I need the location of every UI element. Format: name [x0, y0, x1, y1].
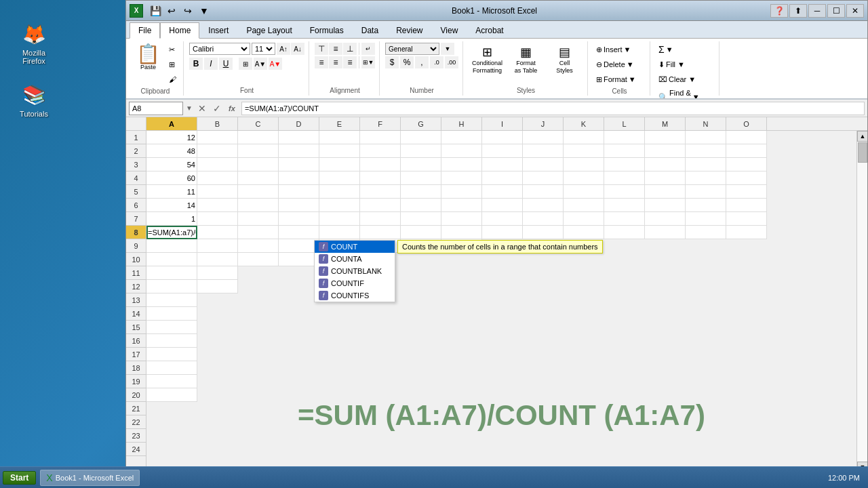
cell-G3[interactable] [401, 158, 441, 171]
cell-K8[interactable] [564, 226, 604, 239]
cell-D9[interactable] [279, 239, 319, 253]
align-right-btn[interactable]: ≡ [343, 56, 357, 68]
cell-M5[interactable] [645, 185, 686, 199]
cell-J4[interactable] [523, 171, 564, 185]
row-hdr-7[interactable]: 7 [126, 212, 146, 226]
cell-D3[interactable] [279, 158, 319, 171]
cell-A3[interactable]: 54 [146, 158, 197, 171]
cell-L3[interactable] [604, 158, 645, 171]
cell-B10[interactable] [197, 253, 238, 266]
cell-O6[interactable] [726, 199, 767, 212]
ac-item-count[interactable]: f COUNT [315, 241, 395, 253]
cell-O7[interactable] [726, 212, 767, 226]
cell-B2[interactable] [197, 144, 238, 158]
cell-E6[interactable] [319, 199, 360, 212]
increase-decimal-btn[interactable]: .0 [430, 56, 443, 68]
help-btn[interactable]: ❓ [770, 4, 788, 18]
cell-A15[interactable] [146, 321, 197, 334]
tab-file[interactable]: File [130, 22, 160, 39]
ac-item-countblank[interactable]: f COUNTBLANK [315, 265, 395, 277]
conditional-formatting-btn[interactable]: ⊞ ConditionalFormatting [469, 43, 506, 77]
cell-H4[interactable] [441, 171, 482, 185]
cell-M7[interactable] [645, 212, 686, 226]
cell-K2[interactable] [564, 144, 604, 158]
confirm-formula-btn[interactable]: ✓ [210, 102, 224, 115]
cell-O3[interactable] [726, 158, 767, 171]
cell-E2[interactable] [319, 144, 360, 158]
col-header-K[interactable]: K [564, 117, 604, 130]
cell-A12[interactable] [146, 280, 197, 293]
cell-M4[interactable] [645, 171, 686, 185]
row-hdr-13[interactable]: 13 [126, 293, 146, 307]
cell-G2[interactable] [401, 144, 441, 158]
cell-O1[interactable] [726, 131, 767, 144]
cell-F1[interactable] [360, 131, 401, 144]
align-left-btn[interactable]: ≡ [315, 56, 328, 68]
cell-L4[interactable] [604, 171, 645, 185]
cell-E8[interactable] [319, 226, 360, 239]
close-btn[interactable]: ✕ [846, 4, 864, 18]
cell-M3[interactable] [645, 158, 686, 171]
row-hdr-20[interactable]: 20 [126, 388, 146, 402]
col-header-I[interactable]: I [482, 117, 523, 130]
insert-function-btn[interactable]: fx [225, 102, 239, 115]
cell-F4[interactable] [360, 171, 401, 185]
row-hdr-16[interactable]: 16 [126, 334, 146, 348]
cell-C2[interactable] [238, 144, 279, 158]
cell-F5[interactable] [360, 185, 401, 199]
cell-styles-btn[interactable]: ▤ CellStyles [546, 43, 583, 77]
cell-N1[interactable] [686, 131, 726, 144]
cell-G8[interactable] [401, 226, 441, 239]
cell-B8[interactable] [197, 226, 238, 239]
row-hdr-10[interactable]: 10 [126, 253, 146, 266]
align-bottom-btn[interactable]: ⊥ [343, 43, 357, 55]
cell-I1[interactable] [482, 131, 523, 144]
tab-review[interactable]: Review [387, 22, 431, 38]
cell-C6[interactable] [238, 199, 279, 212]
cell-A18[interactable] [146, 361, 197, 375]
row-hdr-4[interactable]: 4 [126, 171, 146, 185]
cell-A6[interactable]: 14 [146, 199, 197, 212]
font-size-select[interactable]: 11 [252, 43, 275, 55]
cell-M6[interactable] [645, 199, 686, 212]
cell-A17[interactable] [146, 348, 197, 361]
ac-item-counta[interactable]: f COUNTA [315, 253, 395, 265]
cell-F2[interactable] [360, 144, 401, 158]
wrap-text-btn[interactable]: ↵ [361, 43, 375, 55]
row-hdr-11[interactable]: 11 [126, 266, 146, 280]
fill-color-btn[interactable]: A▼ [254, 58, 267, 70]
cell-K4[interactable] [564, 171, 604, 185]
cell-J3[interactable] [523, 158, 564, 171]
cell-A1[interactable]: 12 [146, 131, 197, 144]
tab-insert[interactable]: Insert [199, 22, 237, 38]
cell-N7[interactable] [686, 212, 726, 226]
font-name-select[interactable]: Calibri [189, 43, 250, 55]
row-hdr-18[interactable]: 18 [126, 361, 146, 375]
paste-button[interactable]: 📋 Paste [132, 43, 165, 73]
cell-A7[interactable]: 1 [146, 212, 197, 226]
format-btn[interactable]: ⊞ Format ▼ [593, 73, 639, 86]
cell-A4[interactable]: 60 [146, 171, 197, 185]
row-hdr-5[interactable]: 5 [126, 185, 146, 199]
cancel-formula-btn[interactable]: ✕ [195, 102, 209, 115]
clear-btn[interactable]: ⌧ Clear ▼ [656, 73, 698, 86]
cell-D7[interactable] [279, 212, 319, 226]
row-hdr-19[interactable]: 19 [126, 375, 146, 388]
cell-D5[interactable] [279, 185, 319, 199]
row-hdr-24[interactable]: 24 [126, 443, 146, 456]
grid-area[interactable]: 12 [146, 131, 856, 472]
name-box[interactable]: A8 [129, 102, 183, 115]
underline-btn[interactable]: U [219, 58, 233, 70]
cell-C7[interactable] [238, 212, 279, 226]
cell-J2[interactable] [523, 144, 564, 158]
tutorials-icon[interactable]: 📚 Tutorials [10, 81, 58, 118]
cell-F8[interactable] [360, 226, 401, 239]
cell-K1[interactable] [564, 131, 604, 144]
border-btn[interactable]: ⊞ [239, 58, 252, 70]
comma-btn[interactable]: , [415, 56, 429, 68]
cell-A20[interactable] [146, 388, 197, 402]
cell-I2[interactable] [482, 144, 523, 158]
cell-B1[interactable] [197, 131, 238, 144]
cell-B12[interactable] [197, 280, 238, 293]
cut-button[interactable]: ✂ [166, 43, 179, 56]
